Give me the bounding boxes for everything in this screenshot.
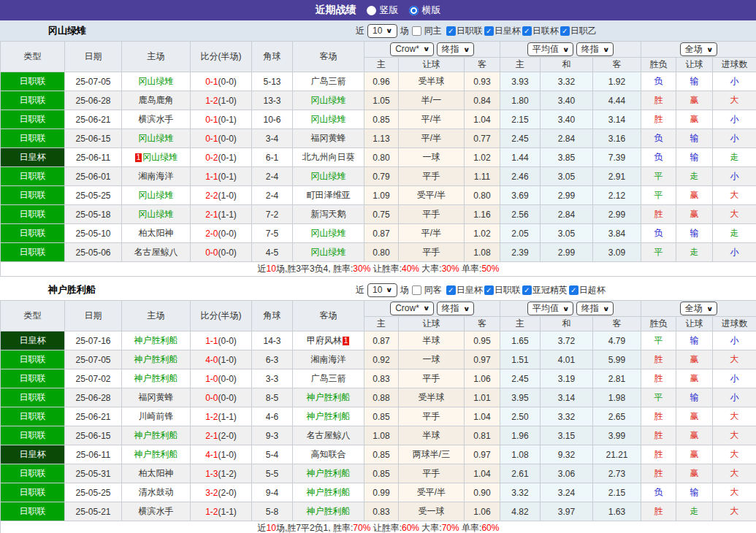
average-group-header: 平均值∨ 终指∨ xyxy=(500,301,641,317)
away-team-cell: 冈山绿雉 xyxy=(293,224,364,243)
radio-selected-icon[interactable] xyxy=(409,6,419,15)
scope-select[interactable]: 全场∨ xyxy=(680,42,717,56)
crow-home-odds-cell: 0.96 xyxy=(364,72,399,91)
league-checkbox[interactable]: ✓ xyxy=(560,26,570,36)
away-team-cell: 广岛三箭 xyxy=(293,72,364,91)
layout-radio-horizontal[interactable]: 横版 xyxy=(409,4,441,17)
home-team-cell: 横滨水手 xyxy=(122,502,191,521)
home-team-name: 横滨水手 xyxy=(139,506,174,516)
result-wdl-cell: 胜 xyxy=(641,464,676,483)
same-venue-checkbox[interactable] xyxy=(412,26,421,36)
bookmaker-select[interactable]: Crow*∨ xyxy=(390,302,434,315)
league-cell: 日职联 xyxy=(1,426,65,445)
league-checkbox[interactable]: ✓ xyxy=(522,285,532,295)
corner-cell: 4-6 xyxy=(252,407,293,426)
match-row: 日职联25-06-15冈山绿雉0-1(0-0)3-4福冈黄蜂1.13平/半0.7… xyxy=(1,129,756,148)
avg-home-odds-cell: 3.32 xyxy=(500,483,541,502)
handicap-cell: 受半球 xyxy=(399,72,465,91)
average-select[interactable]: 平均值∨ xyxy=(527,302,573,315)
home-team-name: 神户胜利船 xyxy=(134,373,178,383)
summary-text: 单率: xyxy=(459,523,482,533)
avg-away-odds-cell: 2.15 xyxy=(593,483,641,502)
home-team-name: 名古屋鲸八 xyxy=(134,247,178,257)
crow-home-odds-cell: 0.83 xyxy=(364,369,399,388)
same-venue-label: 同客 xyxy=(424,284,442,296)
away-team-name: 神户胜利船 xyxy=(307,468,351,478)
bookmaker-time-select[interactable]: 终指∨ xyxy=(437,302,474,315)
home-team-name: 冈山绿雉 xyxy=(139,190,174,200)
radio-icon[interactable] xyxy=(367,6,376,15)
league-checkbox-label: 日联杯 xyxy=(532,25,559,37)
result-handicap-cell: 走 xyxy=(676,243,713,262)
result-goals-cell: 走 xyxy=(713,148,756,167)
date-cell: 25-06-28 xyxy=(65,91,122,110)
league-checkbox[interactable]: ✓ xyxy=(446,26,456,36)
bookmaker-select[interactable]: Crow*∨ xyxy=(390,42,434,56)
scope-select[interactable]: 全场∨ xyxy=(680,302,717,315)
half-time-score: (0-0) xyxy=(218,393,237,403)
avg-draw-odds-cell: 3.40 xyxy=(541,91,593,110)
red-card-badge: 1 xyxy=(343,337,350,345)
away-team-name: 神户胜利船 xyxy=(307,411,351,421)
league-checkbox-label: 日职联 xyxy=(457,25,483,37)
col-result-handicap: 让球 xyxy=(676,317,713,331)
summary-text: 场,胜3平3负4, 胜率: xyxy=(276,264,353,274)
col-corner: 角球 xyxy=(252,301,293,331)
handicap-cell: 受半球 xyxy=(399,388,465,407)
chevron-down-icon: ∨ xyxy=(706,305,714,312)
score-cell: 0-1(0-1) xyxy=(191,110,252,129)
average-time-select[interactable]: 终指∨ xyxy=(576,302,614,315)
crow-home-odds-cell: 0.85 xyxy=(364,464,399,483)
away-team-name: 湘南海洋 xyxy=(311,354,346,364)
matches-label: 场 xyxy=(400,284,409,296)
match-count-select[interactable]: 10∨ xyxy=(367,24,397,38)
average-select[interactable]: 平均值∨ xyxy=(527,42,573,56)
avg-draw-odds-cell: 3.97 xyxy=(541,502,593,521)
average-time-select[interactable]: 终指∨ xyxy=(576,42,614,56)
away-team-cell: 町田泽维亚 xyxy=(293,186,364,205)
home-team-cell: 冈山绿雉 xyxy=(122,205,191,224)
away-team-name: 冈山绿雉 xyxy=(311,228,346,238)
result-goals-cell: 大 xyxy=(713,186,756,205)
summary-text: 大率: xyxy=(419,523,442,533)
same-venue-checkbox[interactable] xyxy=(412,285,421,295)
layout-radio-vertical[interactable]: 竖版 xyxy=(367,4,399,17)
team-name: 冈山绿雉 xyxy=(48,24,86,37)
match-count-value: 10 xyxy=(373,285,382,295)
league-checkbox[interactable]: ✓ xyxy=(446,285,456,295)
col-avg-home: 主 xyxy=(500,317,541,331)
crow-away-odds-cell: 1.02 xyxy=(465,148,500,167)
match-count-select[interactable]: 10∨ xyxy=(367,283,397,297)
away-team-name: 神户胜利船 xyxy=(307,487,351,497)
corner-cell: 5-8 xyxy=(252,502,293,521)
result-goals-cell: 大 xyxy=(713,91,756,110)
half-time-score: (1-0) xyxy=(218,191,237,201)
match-row: 日职联25-06-01湘南海洋1-1(0-1)2-4冈山绿雉0.79平手1.11… xyxy=(1,167,756,186)
result-goals-cell: 大 xyxy=(713,483,756,502)
crow-home-odds-cell: 0.87 xyxy=(364,331,399,350)
league-checkbox[interactable]: ✓ xyxy=(484,285,494,295)
date-cell: 25-06-15 xyxy=(65,129,122,148)
date-cell: 25-07-05 xyxy=(65,72,122,91)
crow-home-odds-cell: 0.85 xyxy=(364,110,399,129)
league-filter-group: ✓日职联✓日皇杯✓日联杯✓日职乙 xyxy=(445,25,597,37)
score-cell: 1-2(1-0) xyxy=(191,91,252,110)
crow-home-odds-cell: 0.99 xyxy=(364,483,399,502)
crow-away-odds-cell: 1.11 xyxy=(465,167,500,186)
half-time-score: (0-1) xyxy=(218,153,237,163)
col-corner: 角球 xyxy=(252,42,293,72)
summary-text: 70% xyxy=(442,523,459,533)
league-checkbox[interactable]: ✓ xyxy=(569,285,579,295)
avg-home-odds-cell: 2.46 xyxy=(500,167,541,186)
league-cell: 日职联 xyxy=(1,186,65,205)
result-handicap-cell: 输 xyxy=(676,72,713,91)
avg-draw-odds-cell: 9.32 xyxy=(541,445,593,464)
league-cell: 日职联 xyxy=(1,224,65,243)
league-checkbox[interactable]: ✓ xyxy=(484,26,494,36)
bookmaker-time-select[interactable]: 终指∨ xyxy=(437,42,474,56)
crow-home-odds-cell: 1.08 xyxy=(364,426,399,445)
crow-home-odds-cell: 0.85 xyxy=(364,407,399,426)
result-goals-cell: 小 xyxy=(713,369,756,388)
home-team-name: 柏太阳神 xyxy=(139,468,174,478)
league-checkbox[interactable]: ✓ xyxy=(522,26,532,36)
